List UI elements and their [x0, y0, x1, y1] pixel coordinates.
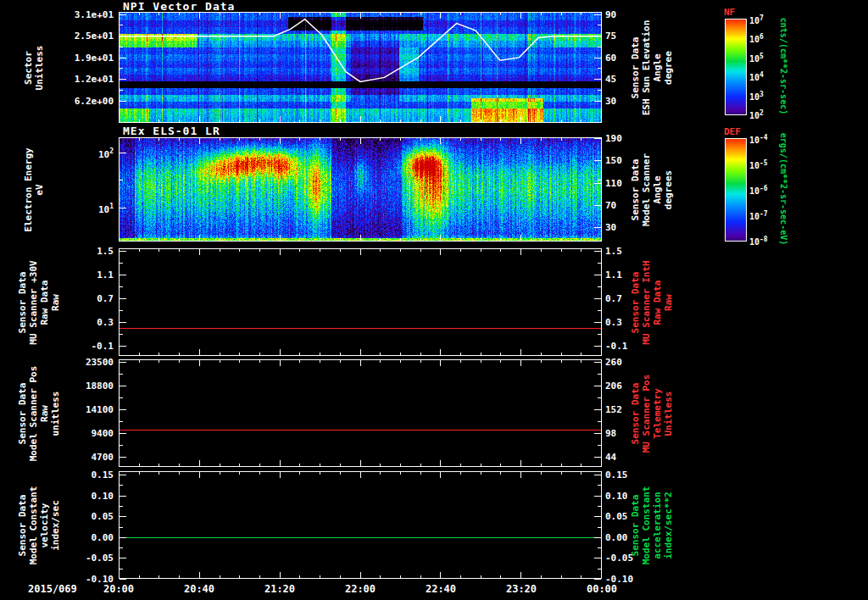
- y-tick-mark: [120, 79, 126, 80]
- x-tick-mark: [541, 238, 542, 241]
- y-minor-tick: [120, 397, 123, 398]
- x-tick-mark: [259, 249, 260, 252]
- y-minor-tick: [120, 506, 123, 507]
- x-tick-mark: [360, 235, 361, 241]
- y-tick-label-left: 1.5: [47, 246, 114, 257]
- x-tick-mark: [340, 249, 341, 252]
- x-tick-mark: [420, 360, 421, 363]
- x-tick-mark: [581, 138, 581, 141]
- y-tick-mark: [594, 496, 601, 497]
- y-tick-mark: [594, 433, 601, 434]
- colorbar-tick-label: 103: [749, 91, 764, 102]
- x-tick-mark: [500, 575, 501, 578]
- y-tick-mark: [594, 14, 601, 15]
- x-tick-mark: [440, 138, 441, 144]
- y-tick-mark: [594, 516, 601, 517]
- nf-colorbar-title: NF: [724, 7, 735, 18]
- y-tick-mark: [120, 362, 126, 363]
- x-tick-mark: [481, 119, 481, 122]
- x-tick-mark: [239, 249, 240, 252]
- y-minor-tick: [120, 527, 123, 528]
- x-tick-mark: [400, 238, 401, 241]
- y-tick-mark: [120, 537, 126, 538]
- x-tick-mark: [460, 13, 461, 15]
- y-minor-tick: [120, 90, 123, 91]
- x-tick-mark: [119, 13, 120, 19]
- x-tick-mark: [299, 13, 300, 15]
- x-tick-mark: [199, 360, 200, 366]
- x-tick-mark: [380, 13, 381, 15]
- y-axis-title-left: Sensor DataModel Constantvelocityindex/s…: [17, 486, 61, 564]
- x-tick-mark: [541, 138, 542, 141]
- x-tick-mark: [481, 353, 481, 355]
- x-tick-mark: [280, 13, 281, 19]
- x-tick-mark: [520, 360, 521, 366]
- y-tick-label-left: 2.5e+01: [47, 31, 114, 42]
- x-tick-mark: [601, 349, 602, 355]
- y-tick-mark: [594, 58, 601, 58]
- x-tick-mark: [179, 13, 180, 15]
- colorbar-tick-label: 10-8: [749, 236, 768, 247]
- x-tick-mark: [440, 235, 441, 241]
- x-tick-mark: [420, 13, 421, 15]
- x-tick-mark: [340, 360, 341, 363]
- x-tick-mark: [259, 360, 260, 363]
- x-tick-mark: [581, 13, 581, 15]
- x-tick-mark: [320, 360, 320, 363]
- y-minor-tick: [120, 68, 123, 69]
- x-tick-mark: [259, 575, 260, 578]
- x-tick-mark: [420, 575, 421, 578]
- x-tick-mark: [179, 249, 180, 252]
- y-minor-tick: [598, 421, 601, 422]
- panel-title-els: MEx ELS-01 LR: [123, 125, 220, 137]
- colorbar-tick-label: 102: [749, 109, 764, 120]
- x-tick-mark: [280, 472, 281, 478]
- panel-els-spectrogram: [119, 137, 602, 242]
- x-tick-mark: [179, 353, 180, 355]
- colorbar-tick-label: 10-4: [749, 134, 768, 145]
- y-minor-tick: [120, 25, 123, 25]
- x-tick-label: 21:20: [264, 583, 295, 595]
- x-tick-mark: [139, 119, 140, 122]
- y-minor-tick: [120, 47, 123, 47]
- x-tick-mark: [199, 349, 200, 355]
- colorbar-tick-label: 105: [749, 53, 764, 64]
- y-tick-mark: [120, 36, 126, 36]
- x-tick-mark: [400, 472, 401, 475]
- colorbar-tick-label: 107: [749, 14, 764, 25]
- x-tick-mark: [360, 460, 361, 466]
- y-minor-tick: [120, 445, 123, 446]
- x-tick-mark: [520, 138, 521, 144]
- x-tick-mark: [320, 238, 320, 241]
- colorbar-tick-label: 104: [749, 71, 764, 82]
- x-tick-mark: [460, 575, 461, 578]
- x-tick-mark: [520, 235, 521, 241]
- colorbar-tick-label: 10-6: [749, 185, 768, 196]
- y-minor-tick: [120, 310, 123, 311]
- x-tick-mark: [239, 119, 240, 122]
- x-tick-mark: [500, 13, 501, 15]
- x-tick-mark: [440, 360, 441, 366]
- def-colorbar-title: DEF: [724, 126, 741, 137]
- y-tick-mark: [120, 346, 126, 347]
- y-tick-mark: [594, 298, 601, 299]
- x-tick-mark: [520, 13, 521, 19]
- y-tick-mark: [120, 386, 126, 386]
- x-tick-mark: [320, 353, 320, 355]
- x-tick-mark: [481, 472, 481, 475]
- y-tick-mark: [594, 558, 601, 558]
- y-tick-mark: [594, 205, 601, 206]
- y-axis-title-right: Sensor DataModel Constantaccelerationind…: [630, 486, 674, 564]
- x-tick-mark: [581, 119, 581, 122]
- x-tick-mark: [340, 138, 341, 141]
- y-tick-mark: [594, 386, 601, 386]
- x-tick-mark: [199, 572, 200, 578]
- x-tick-mark: [481, 464, 481, 466]
- x-tick-mark: [541, 249, 542, 252]
- y-tick-mark: [594, 475, 601, 475]
- x-tick-mark: [420, 119, 421, 122]
- y-tick-label-right: 190: [605, 133, 666, 144]
- y-tick-label-right: 0.15: [605, 469, 666, 481]
- x-tick-mark: [139, 360, 140, 363]
- y-minor-tick: [120, 286, 123, 287]
